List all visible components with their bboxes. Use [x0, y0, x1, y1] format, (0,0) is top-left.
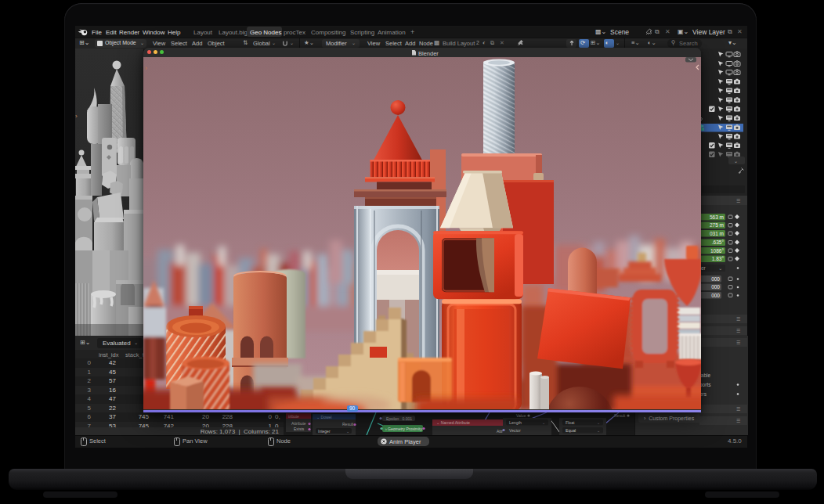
svg-text:Result: Result: [614, 413, 626, 418]
svg-text:☰: ☰: [736, 407, 740, 412]
svg-text:⌄: ⌄: [718, 265, 722, 271]
svg-text:275 m: 275 m: [710, 222, 724, 228]
svg-text:Exists: Exists: [294, 427, 305, 431]
svg-text:›: ›: [145, 64, 147, 72]
svg-text:⌄: ⌄: [597, 428, 600, 433]
svg-text:⌄ Dowel: ⌄ Dowel: [316, 415, 331, 419]
svg-text:☰: ☰: [736, 317, 740, 322]
svg-text:☰: ☰: [736, 419, 740, 423]
svg-text:Attribute: Attribute: [291, 421, 306, 426]
svg-text:000: 000: [711, 276, 720, 282]
svg-text:Float: Float: [566, 420, 575, 425]
svg-text:☰: ☰: [736, 199, 740, 203]
svg-text:☰: ☰: [736, 329, 740, 333]
svg-text:Length: Length: [509, 420, 522, 425]
svg-text:⌄: ⌄: [734, 159, 738, 164]
svg-text:tribute: tribute: [288, 414, 299, 419]
svg-text:⌄: ⌄: [597, 420, 600, 425]
svg-text:000: 000: [711, 293, 720, 298]
svg-text:Result: Result: [342, 422, 354, 427]
svg-text:1086°: 1086°: [710, 248, 724, 254]
svg-text:⌄: ⌄: [542, 420, 545, 425]
svg-text:⌄ Named Attribute: ⌄ Named Attribute: [436, 420, 470, 425]
svg-text:Epsilon 0.001: Epsilon 0.001: [386, 416, 412, 421]
svg-text:Value: Value: [516, 413, 526, 418]
svg-text:563 m: 563 m: [710, 214, 724, 220]
svg-text:000: 000: [711, 284, 720, 290]
svg-text:031 m: 031 m: [710, 231, 724, 236]
svg-text:Equal: Equal: [566, 428, 576, 433]
svg-text:1.83°: 1.83°: [712, 256, 725, 261]
svg-text:table: table: [699, 373, 710, 378]
svg-text:.635°: .635°: [712, 239, 725, 245]
svg-text:› Geometry Proximity: › Geometry Proximity: [385, 427, 422, 431]
svg-text:⌄: ⌄: [346, 429, 349, 434]
svg-text:☰: ☰: [736, 340, 740, 345]
svg-text:Vector: Vector: [509, 428, 521, 433]
svg-text:ports: ports: [699, 382, 711, 388]
svg-text:Integer: Integer: [318, 429, 331, 434]
svg-text:er: er: [701, 265, 707, 271]
